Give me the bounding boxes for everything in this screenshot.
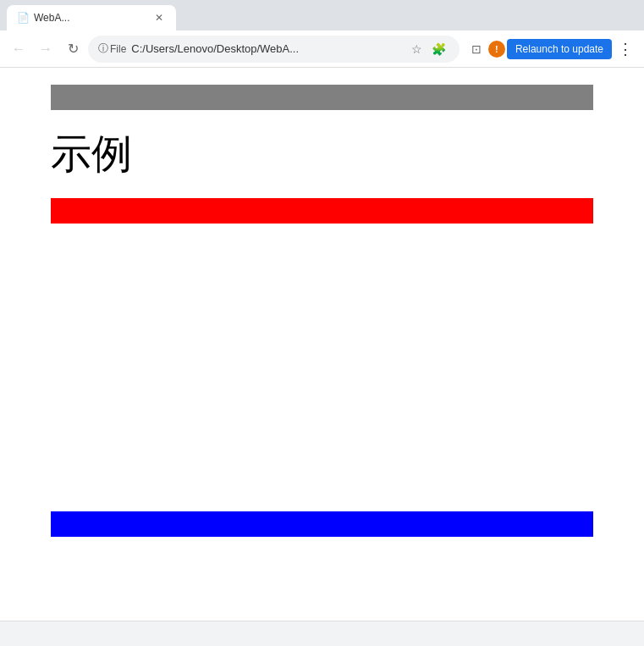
bookmark-icon[interactable]: ☆ — [407, 39, 427, 59]
back-button[interactable]: ← — [7, 37, 30, 61]
browser-menu-button[interactable]: ⋮ — [614, 37, 637, 61]
browser-toolbar: ← → ↻ ⓘ File C:/Users/Lenovo/Desktop/Web… — [0, 30, 644, 68]
tab-favicon: 📄 — [17, 12, 29, 24]
address-actions: ☆ 🧩 — [407, 39, 449, 59]
page-content: 示例 — [0, 68, 644, 621]
address-scheme-label: File — [110, 43, 126, 55]
bottom-taskbar — [0, 621, 644, 646]
forward-button[interactable]: → — [34, 37, 58, 61]
tab-bar: 📄 WebA... ✕ — [0, 0, 644, 30]
address-scheme-icon: ⓘ File — [98, 41, 126, 56]
profile-icon[interactable]: ⊡ — [466, 39, 487, 59]
tab-close-button[interactable]: ✕ — [152, 11, 166, 25]
chinese-heading: 示例 — [51, 127, 593, 181]
blue-bar — [51, 511, 593, 537]
relaunch-button[interactable]: Relaunch to update — [507, 39, 612, 59]
red-bar — [51, 198, 593, 224]
info-icon: ⓘ — [98, 41, 108, 56]
notification-badge[interactable]: ! — [488, 41, 505, 58]
address-text: C:/Users/Lenovo/Desktop/WebA... — [131, 42, 402, 55]
reload-button[interactable]: ↻ — [61, 37, 85, 61]
active-tab[interactable]: 📄 WebA... ✕ — [7, 5, 176, 30]
toolbar-actions: ⊡ ! Relaunch to update ⋮ — [466, 37, 637, 61]
gray-bar — [51, 85, 593, 110]
address-bar[interactable]: ⓘ File C:/Users/Lenovo/Desktop/WebA... ☆… — [88, 36, 460, 63]
extension-icon[interactable]: 🧩 — [429, 39, 449, 59]
browser-window: 📄 WebA... ✕ ← → ↻ ⓘ File C:/Users/Lenovo… — [0, 0, 644, 646]
tab-title: WebA... — [34, 12, 147, 24]
